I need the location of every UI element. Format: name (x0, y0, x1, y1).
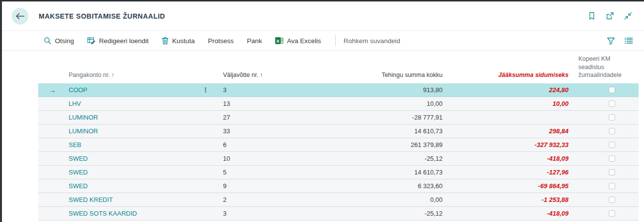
remaining-amount-cell: -127,96 (447, 166, 573, 179)
table-row[interactable]: SWED SOTS KAARDID 3 -25,12 -418,09 (38, 207, 639, 221)
bank-label: Pank (247, 37, 262, 45)
delete-icon (162, 37, 169, 45)
remaining-amount-cell (447, 111, 573, 124)
statement-no-cell: 6 (220, 138, 322, 151)
edit-list-button[interactable]: Redigeeri loendit (87, 37, 149, 45)
delete-button[interactable]: Kustuta (162, 37, 195, 45)
table-row[interactable]: SWED 10 -25,12 -418,09 (38, 152, 639, 166)
bank-account-link[interactable]: SWED (69, 182, 88, 190)
total-amount-cell: 261 379,89 (322, 138, 447, 151)
remaining-amount-cell: -1 253,88 (447, 193, 573, 206)
bank-account-link[interactable]: SWED SOTS KAARDID (69, 210, 137, 217)
bank-account-link[interactable]: SEB (69, 141, 81, 148)
remaining-amount-cell: -327 932,33 (447, 138, 573, 151)
column-label-line: Kopeeri KM (578, 55, 639, 63)
column-header-total-transaction-amount[interactable]: Tehingu summa kokku (322, 51, 447, 83)
arrow-left-icon (16, 13, 25, 20)
remaining-amount-cell: -69 864,95 (447, 179, 573, 193)
open-in-excel-label: Ava Excelis (287, 37, 321, 45)
column-header-remaining-amount[interactable]: Jääksumma sidumiseks (447, 51, 573, 83)
open-in-excel-button[interactable]: X Ava Excelis (275, 37, 321, 45)
copy-vat-checkbox[interactable] (609, 155, 615, 162)
sort-ascending-icon: ↑ (260, 72, 263, 79)
bank-account-link[interactable]: LUMINOR (69, 127, 98, 135)
copy-vat-checkbox[interactable] (609, 87, 615, 93)
delete-label: Kustuta (172, 37, 195, 45)
selection-column-header (38, 51, 67, 83)
total-amount-cell: 10,00 (322, 97, 447, 110)
statement-no-cell: 13 (220, 97, 322, 110)
table-row[interactable]: SEB 6 261 379,89 -327 932,33 (38, 138, 639, 152)
sort-ascending-icon: ↑ (111, 72, 114, 79)
action-toolbar: Otsing Redigeeri loendit Kustuta Protses… (2, 30, 644, 51)
column-label: Pangakonto nr. (69, 72, 110, 79)
bank-account-link[interactable]: SWED (69, 169, 88, 176)
table-row[interactable]: LHV 13 10,00 10,00 (38, 97, 639, 111)
open-in-window-icon[interactable] (606, 12, 614, 20)
process-menu[interactable]: Protsess (208, 37, 234, 45)
statement-no-cell: 3 (220, 207, 322, 220)
table-row[interactable]: SWED 9 6 323,60 -69 864,95 (38, 179, 639, 193)
copy-vat-checkbox[interactable] (609, 142, 615, 148)
statement-no-cell: 2 (220, 193, 322, 206)
bank-menu[interactable]: Pank (247, 37, 262, 45)
total-amount-cell: 0,00 (322, 193, 447, 206)
column-label: Väljavõtte nr. (223, 72, 258, 79)
svg-text:X: X (276, 38, 280, 44)
copy-vat-checkbox[interactable] (609, 128, 615, 134)
more-options-button[interactable]: Rohkem suvandeid (344, 37, 400, 45)
collapse-icon[interactable] (624, 12, 632, 20)
statement-no-cell: 33 (220, 124, 322, 138)
page-title: MAKSETE SOBITAMISE ŽURNAALID (39, 12, 588, 20)
bank-account-link[interactable]: SWED (69, 155, 88, 162)
column-label: Jääksumma sidumiseks (498, 72, 569, 79)
column-header-statement-no[interactable]: Väljavõtte nr. ↑ (220, 51, 322, 83)
bank-account-link[interactable]: SWED KREDIT (69, 196, 113, 203)
active-row-arrow-icon: → (38, 86, 67, 94)
table-row[interactable]: SWED 5 14 610,73 -127,96 (38, 166, 639, 179)
copy-vat-checkbox[interactable] (609, 114, 615, 121)
bookmark-icon[interactable] (588, 12, 596, 20)
bank-account-link[interactable]: LHV (69, 100, 81, 107)
bank-account-link[interactable]: COOP (69, 86, 87, 94)
copy-vat-checkbox[interactable] (609, 210, 615, 217)
copy-vat-checkbox[interactable] (609, 169, 615, 175)
table-row[interactable]: LUMINOR 33 14 610,73 298,84 (38, 124, 639, 138)
column-label-line: žurnaaliridadele (578, 71, 639, 79)
statement-no-cell: 3 (220, 83, 322, 97)
copy-vat-checkbox[interactable] (609, 183, 615, 189)
total-amount-cell: -25,12 (322, 207, 447, 220)
remaining-amount-cell: 10,00 (447, 97, 573, 110)
total-amount-cell: -25,12 (322, 152, 447, 165)
statement-no-cell: 5 (220, 166, 322, 179)
table-row[interactable]: SWED KREDIT 2 0,00 -1 253,88 (38, 193, 639, 207)
column-header-bank-account[interactable]: Pangakonto nr. ↑ (67, 51, 220, 83)
copy-vat-checkbox[interactable] (609, 197, 615, 203)
filter-icon[interactable] (607, 37, 615, 45)
toolbar-right-actions (607, 37, 634, 45)
title-bar: MAKSETE SOBITAMISE ŽURNAALID (2, 1, 644, 30)
total-amount-cell: 14 610,73 (322, 166, 447, 179)
search-label: Otsing (55, 37, 74, 45)
copy-vat-checkbox[interactable] (609, 100, 615, 107)
remaining-amount-cell: 224,80 (447, 83, 573, 97)
statement-no-cell: 9 (220, 179, 322, 193)
back-button[interactable] (12, 8, 28, 25)
statement-no-cell: 27 (220, 111, 322, 124)
column-header-copy-vat-setup[interactable]: Kopeeri KM seadistus žurnaaliridadele (573, 51, 639, 83)
total-amount-cell: -28 777,91 (322, 111, 447, 124)
table-row[interactable]: LUMINOR 27 -28 777,91 (38, 111, 639, 124)
bank-account-link[interactable]: LUMINOR (69, 114, 98, 121)
table-row[interactable]: → COOP ⋮ 3 913,80 224,80 (38, 83, 639, 97)
row-menu-icon[interactable]: ⋮ (202, 83, 209, 97)
choose-columns-icon[interactable] (624, 37, 633, 45)
edit-list-label: Redigeeri loendit (99, 37, 149, 45)
remaining-amount-cell: 298,84 (447, 124, 573, 138)
search-icon (44, 37, 51, 45)
remaining-amount-cell: -418,09 (447, 207, 573, 220)
column-label: Tehingu summa kokku (382, 72, 443, 79)
toolbar-divider (335, 35, 336, 47)
excel-icon: X (275, 37, 283, 45)
search-button[interactable]: Otsing (44, 37, 74, 45)
total-amount-cell: 14 610,73 (322, 124, 447, 138)
